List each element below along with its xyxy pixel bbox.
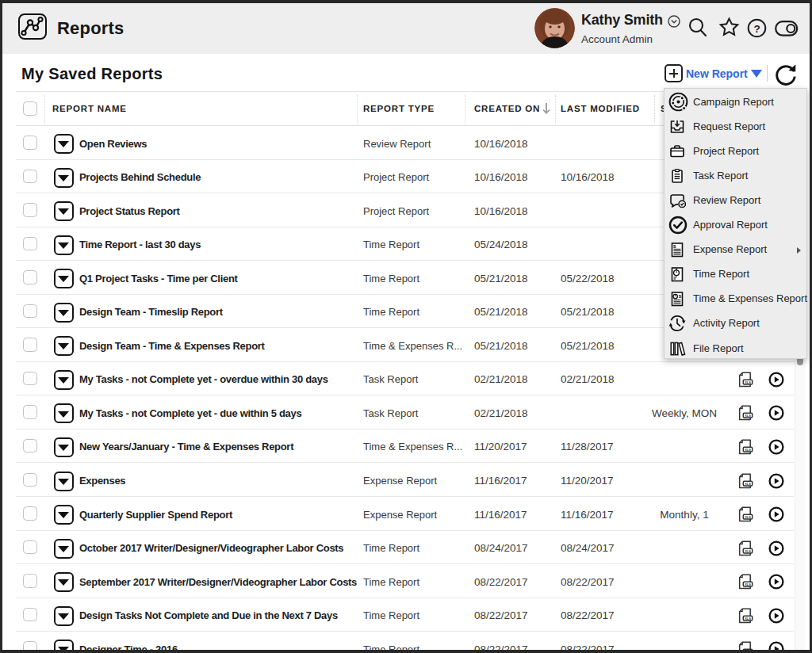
svg-text:XLS: XLS xyxy=(745,548,751,552)
svg-text:XLS: XLS xyxy=(745,414,751,418)
svg-text:$: $ xyxy=(673,243,676,249)
svg-text:?: ? xyxy=(753,23,760,35)
svg-text:XLS: XLS xyxy=(745,582,751,586)
svg-text:XLS: XLS xyxy=(745,481,751,485)
svg-text:XLS: XLS xyxy=(745,448,751,452)
svg-text:XLS: XLS xyxy=(745,380,751,384)
svg-text:XLS: XLS xyxy=(745,616,751,620)
svg-text:XLS: XLS xyxy=(745,515,751,519)
